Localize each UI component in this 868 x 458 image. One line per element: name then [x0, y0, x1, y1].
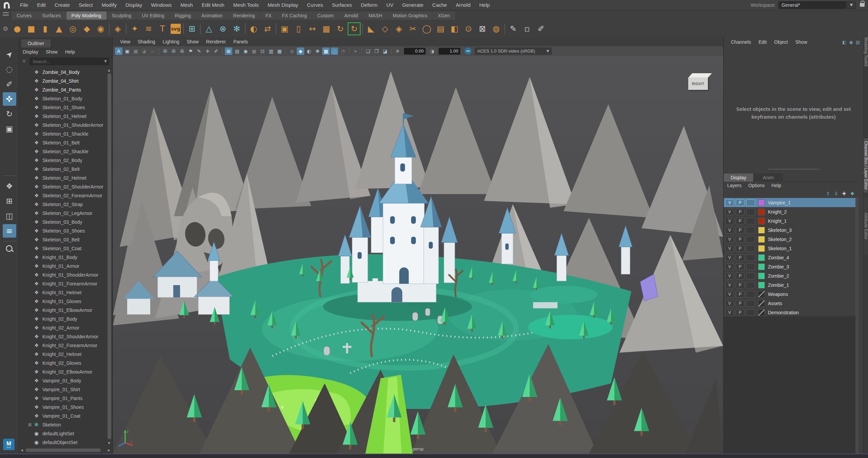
- shelf-icon[interactable]: ◇: [379, 23, 391, 35]
- toolbox-tool[interactable]: ◌: [3, 62, 16, 76]
- layer-playback-toggle[interactable]: P: [736, 236, 745, 243]
- outliner-item[interactable]: ⊞ Skeleton: [19, 420, 107, 429]
- layer-color-swatch[interactable]: [758, 208, 765, 215]
- outliner-item[interactable]: Vampire_01_Coat: [19, 412, 107, 420]
- shelf-icon[interactable]: ▣: [279, 23, 290, 35]
- shelf-tab[interactable]: XGen: [433, 12, 455, 20]
- outliner-item[interactable]: Zombie_04_Pants: [19, 85, 107, 94]
- layer-menu-item[interactable]: Help: [771, 183, 781, 188]
- menu-item[interactable]: Mesh: [176, 2, 197, 8]
- viewport-toolbar-icon[interactable]: ◆: [297, 47, 304, 55]
- menu-item[interactable]: Mesh Display: [263, 2, 303, 8]
- layer-playback-toggle[interactable]: P: [736, 245, 745, 252]
- menu-item[interactable]: Modify: [97, 2, 121, 8]
- view-cube-top-face[interactable]: [688, 73, 712, 78]
- channel-menu-item[interactable]: Edit: [755, 39, 770, 45]
- shelf-icon[interactable]: [362, 23, 363, 34]
- shelf-icon[interactable]: svg: [171, 24, 181, 34]
- layer-display-type-toggle[interactable]: [746, 309, 755, 316]
- viewport-toolbar-icon[interactable]: [362, 48, 362, 54]
- layer-editor-tab[interactable]: Anim: [754, 174, 783, 182]
- shelf-tab[interactable]: Animation: [196, 12, 228, 20]
- viewport-toolbar-icon[interactable]: ⊞: [225, 47, 232, 55]
- menu-item[interactable]: Curves: [303, 2, 328, 8]
- outliner-item[interactable]: Skeleton_01_ShoulderArmor: [19, 121, 107, 130]
- outliner-item[interactable]: Skeleton_02_Strap: [19, 200, 107, 209]
- layer-display-type-toggle[interactable]: [746, 245, 755, 252]
- layer-scrollbar-groove[interactable]: [855, 197, 859, 454]
- outliner-vertical-scrollbar[interactable]: ▲ ▼: [107, 68, 112, 445]
- outliner-item[interactable]: Skeleton_02_Body: [19, 156, 107, 165]
- viewport-toolbar-icon[interactable]: ▥: [267, 47, 275, 55]
- shelf-tab[interactable]: Sculpting: [107, 12, 137, 20]
- display-layer-row[interactable]: V P Zombie_4: [724, 253, 859, 262]
- panel-side-tab[interactable]: Modeling Toolkit: [864, 37, 868, 66]
- viewport-toolbar-icon[interactable]: ◐: [305, 47, 313, 55]
- viewport-toolbar-icon[interactable]: ⚑: [187, 47, 194, 55]
- menu-item[interactable]: Create: [50, 2, 74, 8]
- menu-item[interactable]: Edit: [33, 2, 50, 8]
- viewport-toolbar-icon[interactable]: ✇: [161, 47, 169, 55]
- layer-display-type-toggle[interactable]: [746, 199, 755, 206]
- gamma-field[interactable]: 1.00: [439, 48, 460, 55]
- layer-menu-item[interactable]: Layers: [727, 183, 741, 188]
- shelf-icon[interactable]: ▲: [53, 23, 65, 35]
- layer-playback-toggle[interactable]: P: [736, 263, 745, 270]
- menu-item[interactable]: Windows: [147, 2, 176, 8]
- outliner-item[interactable]: Vampire_01_Shirt: [19, 385, 107, 394]
- viewport-toolbar-icon[interactable]: A: [115, 47, 122, 55]
- layer-visibility-toggle[interactable]: V: [725, 263, 734, 270]
- outliner-item[interactable]: defaultLightSet: [19, 429, 107, 438]
- layer-editor-tab[interactable]: Display: [724, 174, 753, 182]
- layer-toolbar-icon[interactable]: ✚: [842, 191, 846, 196]
- outliner-item[interactable]: Knight_02_ShoulderArmor: [19, 332, 107, 341]
- channel-box-icon[interactable]: ◧: [842, 40, 846, 45]
- scroll-down-icon[interactable]: ▼: [108, 441, 110, 445]
- layer-playback-toggle[interactable]: P: [736, 291, 745, 298]
- outliner-item[interactable]: Skeleton_02_Shackle: [19, 147, 107, 156]
- layer-display-type-toggle[interactable]: [746, 254, 755, 261]
- viewport-toolbar-icon[interactable]: ▤: [233, 47, 241, 55]
- outliner-item[interactable]: Knight_02_Body: [19, 315, 107, 323]
- outliner-item[interactable]: Vampire_01_Body: [19, 376, 107, 385]
- channel-box-icon[interactable]: ◉: [849, 40, 853, 45]
- outliner-menu-item[interactable]: Display: [23, 49, 38, 55]
- lock-icon[interactable]: [860, 3, 865, 7]
- layer-playback-toggle[interactable]: P: [736, 254, 745, 261]
- viewport-toolbar-icon[interactable]: ✇: [170, 47, 177, 55]
- viewport-toolbar-icon[interactable]: ❋: [314, 47, 321, 55]
- shelf-tab[interactable]: Arnold: [339, 12, 363, 20]
- outliner-item[interactable]: Knight_01_Helmet: [19, 288, 107, 297]
- layer-display-type-toggle[interactable]: [746, 291, 755, 298]
- shelf-icon[interactable]: ✻: [231, 23, 243, 35]
- outliner-item[interactable]: Skeleton_01_Belt: [19, 138, 107, 147]
- display-layer-row[interactable]: V P Demonstration: [724, 308, 859, 317]
- layer-visibility-toggle[interactable]: V: [725, 236, 734, 243]
- gear-icon[interactable]: ⚙: [3, 25, 8, 32]
- shelf-tab[interactable]: Motion Graphics: [388, 12, 432, 20]
- shelf-tab[interactable]: Rigging: [170, 12, 196, 20]
- outliner-item[interactable]: Knight_01_ElbowArmor: [19, 306, 107, 315]
- outliner-item[interactable]: Skeleton_02_ShoulderArmor: [19, 182, 107, 191]
- shelf-tab[interactable]: FX Caching: [277, 12, 312, 20]
- layer-display-type-toggle[interactable]: [746, 263, 755, 270]
- layout-button[interactable]: ◫: [3, 209, 16, 223]
- viewport-toolbar-icon[interactable]: ◪: [381, 47, 389, 55]
- layer-display-type-toggle[interactable]: [746, 282, 755, 288]
- outliner-item[interactable]: Zombie_04_Body: [19, 68, 107, 77]
- layer-playback-toggle[interactable]: P: [736, 208, 745, 215]
- viewport-toolbar-icon[interactable]: ❐: [373, 47, 380, 55]
- viewport-toolbar-icon[interactable]: ✛: [204, 47, 211, 55]
- shelf-tab[interactable]: Surfaces: [37, 12, 66, 20]
- outliner-item[interactable]: Knight_01_Body: [19, 253, 107, 262]
- outliner-item[interactable]: Knight_01_ForearmArmor: [19, 279, 107, 288]
- shelf-icon[interactable]: ▯: [293, 23, 304, 35]
- layer-color-swatch[interactable]: [758, 227, 765, 234]
- viewport-menu-item[interactable]: Lighting: [159, 39, 183, 44]
- shelf-tab[interactable]: Rendering: [228, 12, 260, 20]
- shelf-icon[interactable]: T: [157, 23, 168, 35]
- outliner-item[interactable]: Skeleton_03_Belt: [19, 235, 107, 244]
- outliner-item[interactable]: Skeleton_02_Belt: [19, 165, 107, 174]
- layer-color-swatch[interactable]: [758, 263, 765, 270]
- layout-button[interactable]: ≡: [3, 224, 16, 238]
